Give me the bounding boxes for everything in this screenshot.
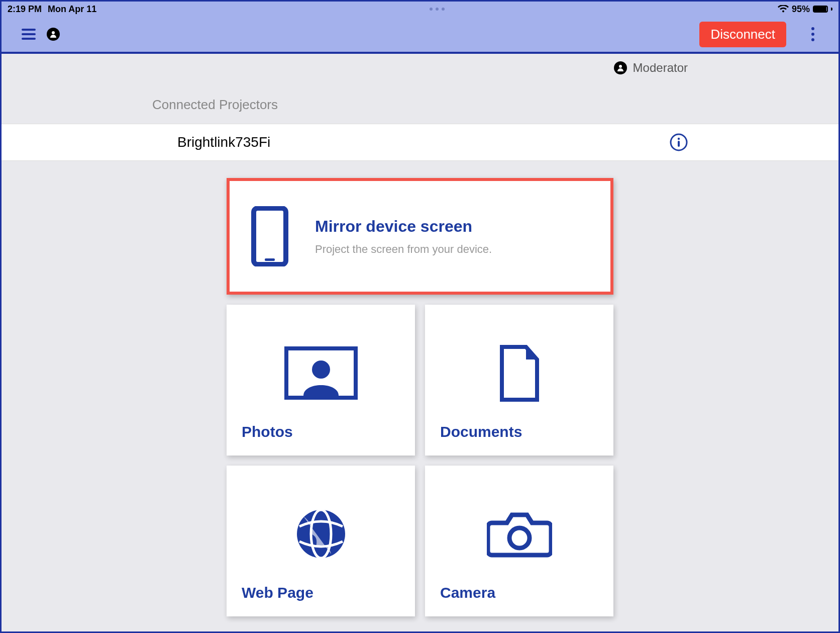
projector-row[interactable]: Brightlink735Fi: [2, 124, 838, 161]
projector-name: Brightlink735Fi: [2, 134, 670, 150]
multitask-dots[interactable]: [96, 8, 778, 11]
app-bar: Disconnect: [2, 17, 838, 54]
photo-icon: [242, 323, 400, 423]
webpage-label: Web Page: [242, 584, 400, 601]
mirror-device-card[interactable]: Mirror device screen Project the screen …: [227, 178, 613, 295]
camera-tile[interactable]: Camera: [425, 466, 613, 616]
photos-tile[interactable]: Photos: [227, 305, 415, 456]
webpage-tile[interactable]: Web Page: [227, 466, 415, 616]
document-icon: [440, 323, 598, 423]
moderator-indicator: Moderator: [2, 54, 838, 82]
globe-icon: [242, 484, 400, 584]
battery-icon: [813, 6, 828, 13]
info-icon[interactable]: [670, 133, 688, 151]
svg-rect-4: [678, 141, 680, 147]
photos-label: Photos: [242, 423, 400, 440]
svg-point-3: [678, 138, 680, 140]
mirror-title: Mirror device screen: [315, 217, 492, 236]
svg-point-0: [52, 31, 55, 34]
section-title: Connected Projectors: [2, 82, 838, 124]
svg-point-8: [312, 360, 330, 379]
more-icon[interactable]: [797, 27, 828, 41]
phone-icon: [250, 206, 290, 266]
status-bar: 2:19 PM Mon Apr 11 95%: [2, 2, 838, 17]
user-icon[interactable]: [47, 28, 60, 41]
camera-label: Camera: [440, 584, 598, 601]
svg-rect-6: [265, 258, 275, 261]
camera-icon: [440, 484, 598, 584]
wifi-icon: [778, 5, 789, 13]
svg-rect-5: [254, 208, 286, 264]
battery-percent: 95%: [792, 4, 810, 15]
svg-point-11: [509, 528, 530, 548]
menu-icon[interactable]: [22, 29, 36, 40]
documents-label: Documents: [440, 423, 598, 440]
documents-tile[interactable]: Documents: [425, 305, 613, 456]
svg-point-1: [619, 65, 622, 68]
disconnect-button[interactable]: Disconnect: [699, 22, 786, 47]
moderator-icon: [614, 61, 627, 74]
main-content: Moderator Connected Projectors Brightlin…: [2, 54, 838, 616]
status-date: Mon Apr 11: [48, 4, 96, 15]
moderator-label: Moderator: [633, 61, 688, 75]
status-time: 2:19 PM: [8, 4, 42, 15]
mirror-subtitle: Project the screen from your device.: [315, 243, 492, 256]
